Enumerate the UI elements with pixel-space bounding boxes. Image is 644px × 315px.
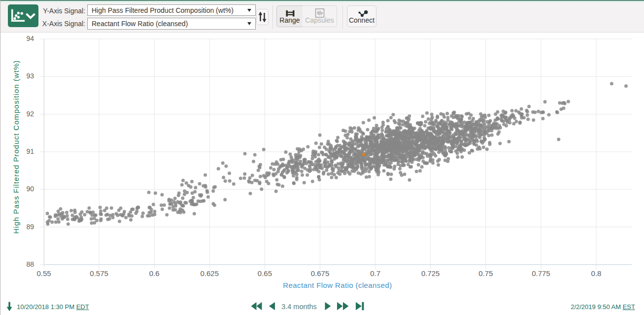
svg-text:0.55: 0.55: [36, 269, 51, 278]
svg-text:0.6: 0.6: [149, 269, 160, 278]
svg-text:High Pass Filtered Product Com: High Pass Filtered Product Composition (…: [12, 60, 20, 234]
svg-text:0.8: 0.8: [591, 269, 602, 278]
svg-text:0.75: 0.75: [478, 269, 493, 278]
svg-text:0.575: 0.575: [90, 269, 108, 278]
svg-text:0.775: 0.775: [532, 269, 550, 278]
svg-text:91: 91: [26, 147, 34, 155]
svg-text:92: 92: [26, 110, 34, 118]
svg-text:3.4 months: 3.4 months: [281, 303, 317, 311]
svg-text:94: 94: [26, 35, 34, 42]
svg-text:90: 90: [26, 185, 34, 193]
svg-text:89: 89: [26, 223, 34, 231]
svg-text:0.725: 0.725: [421, 269, 440, 278]
svg-text:0.625: 0.625: [201, 269, 219, 278]
svg-text:Reactant Flow Ratio (cleansed): Reactant Flow Ratio (cleansed): [283, 281, 392, 289]
svg-text:88: 88: [26, 260, 34, 268]
svg-text:93: 93: [26, 72, 34, 80]
svg-text:0.675: 0.675: [311, 269, 330, 278]
svg-text:0.65: 0.65: [258, 269, 272, 278]
svg-text:0.7: 0.7: [370, 269, 380, 278]
